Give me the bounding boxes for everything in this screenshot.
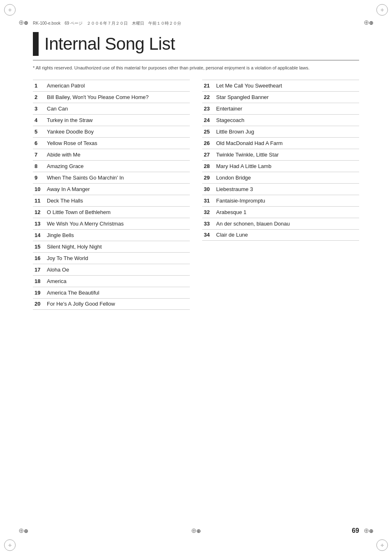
crosshair-bm: ⊕ bbox=[191, 527, 201, 537]
copyright-note: * All rights reserved. Unauthorized use … bbox=[33, 64, 359, 71]
list-item: 32Arabesque 1 bbox=[202, 206, 359, 218]
crosshair-bl: ⊕ bbox=[18, 527, 28, 537]
song-number: 12 bbox=[35, 209, 47, 215]
song-number: 31 bbox=[204, 198, 216, 204]
list-item: 6Yellow Rose of Texas bbox=[33, 137, 190, 149]
song-number: 28 bbox=[204, 163, 216, 169]
song-name: Mary Had A Little Lamb bbox=[216, 163, 271, 169]
song-name: Joy To The World bbox=[47, 255, 88, 261]
song-number: 3 bbox=[35, 106, 47, 112]
song-name: Bill Bailey, Won't You Please Come Home? bbox=[47, 94, 149, 100]
song-name: Let Me Call You Sweetheart bbox=[216, 83, 282, 89]
song-number: 4 bbox=[35, 117, 47, 123]
song-name: Abide with Me bbox=[47, 152, 81, 158]
list-item: 25Little Brown Jug bbox=[202, 126, 359, 137]
song-number: 18 bbox=[35, 278, 47, 284]
song-number: 26 bbox=[204, 140, 216, 146]
song-name: America bbox=[47, 278, 67, 284]
page-title: Internal Song List bbox=[44, 34, 175, 54]
song-number: 8 bbox=[35, 163, 47, 169]
song-number: 16 bbox=[35, 255, 47, 261]
song-name: Deck The Halls bbox=[47, 198, 83, 204]
song-number: 24 bbox=[204, 117, 216, 123]
title-bar: Internal Song List bbox=[33, 32, 359, 56]
song-name: Stagecoach bbox=[216, 117, 244, 123]
song-number: 1 bbox=[35, 83, 47, 89]
song-number: 20 bbox=[35, 301, 47, 307]
list-item: 16Joy To The World bbox=[33, 252, 190, 264]
list-item: 12O Little Town of Bethlehem bbox=[33, 206, 190, 218]
song-name: Arabesque 1 bbox=[216, 209, 247, 215]
song-number: 10 bbox=[35, 186, 47, 192]
list-item: 5Yankee Doodle Boy bbox=[33, 126, 190, 137]
list-item: 3Can Can bbox=[33, 103, 190, 114]
list-item: 11Deck The Halls bbox=[33, 195, 190, 206]
song-name: Twinkle Twinkle, Little Star bbox=[216, 152, 279, 158]
song-number: 34 bbox=[204, 232, 216, 238]
left-song-column: 1American Patrol2Bill Bailey, Won't You … bbox=[33, 80, 190, 310]
song-number: 13 bbox=[35, 221, 47, 227]
list-item: 33An der schonen, blauen Donau bbox=[202, 218, 359, 229]
song-name: London Bridge bbox=[216, 175, 251, 181]
list-item: 13We Wish You A Merry Christmas bbox=[33, 218, 190, 229]
song-name: Star Spangled Banner bbox=[216, 94, 269, 100]
song-name: Jingle Bells bbox=[47, 232, 74, 238]
list-item: 29London Bridge bbox=[202, 172, 359, 183]
song-number: 27 bbox=[204, 152, 216, 158]
title-divider bbox=[33, 60, 359, 60]
song-number: 21 bbox=[204, 83, 216, 89]
list-item: 14Jingle Bells bbox=[33, 229, 190, 241]
list-item: 24Stagecoach bbox=[202, 114, 359, 126]
song-name: Clair de Lune bbox=[216, 232, 248, 238]
song-name: O Little Town of Bethlehem bbox=[47, 209, 111, 215]
list-item: 19America The Beautiful bbox=[33, 287, 190, 298]
list-item: 9When The Saints Go Marchin' In bbox=[33, 172, 190, 183]
right-song-column: 21Let Me Call You Sweetheart22Star Spang… bbox=[202, 80, 359, 310]
crosshair-tl: ⊕ bbox=[18, 18, 28, 28]
list-item: 30Liebestraume 3 bbox=[202, 183, 359, 195]
song-list-container: 1American Patrol2Bill Bailey, Won't You … bbox=[33, 80, 359, 310]
song-number: 23 bbox=[204, 106, 216, 112]
crosshair-tr: ⊕ bbox=[364, 18, 374, 28]
file-info: RK-100-e.book 69 ページ ２００６年７月２０日 木曜日 午前１０… bbox=[33, 21, 359, 26]
list-item: 1American Patrol bbox=[33, 80, 190, 91]
list-item: 10Away In A Manger bbox=[33, 183, 190, 195]
song-name: When The Saints Go Marchin' In bbox=[47, 175, 124, 181]
song-number: 11 bbox=[35, 198, 47, 204]
list-item: 8Amazing Grace bbox=[33, 160, 190, 172]
song-name: An der schonen, blauen Donau bbox=[216, 221, 290, 227]
list-item: 22Star Spangled Banner bbox=[202, 91, 359, 103]
list-item: 26Old MacDonald Had A Farm bbox=[202, 137, 359, 149]
list-item: 23Entertainer bbox=[202, 103, 359, 114]
song-number: 5 bbox=[35, 129, 47, 135]
song-name: Fantaisie-Impromptu bbox=[216, 198, 265, 204]
list-item: 18America bbox=[33, 275, 190, 287]
list-item: 4Turkey in the Straw bbox=[33, 114, 190, 126]
corner-mark-br bbox=[376, 539, 388, 551]
list-item: 17Aloha Oe bbox=[33, 264, 190, 275]
song-number: 25 bbox=[204, 129, 216, 135]
crosshair-br: ⊕ bbox=[364, 527, 374, 537]
list-item: 21Let Me Call You Sweetheart bbox=[202, 80, 359, 91]
song-name: Aloha Oe bbox=[47, 267, 69, 273]
song-name: Can Can bbox=[47, 106, 68, 112]
song-name: We Wish You A Merry Christmas bbox=[47, 221, 124, 227]
song-name: Turkey in the Straw bbox=[47, 117, 93, 123]
song-number: 14 bbox=[35, 232, 47, 238]
song-number: 7 bbox=[35, 152, 47, 158]
list-item: 7Abide with Me bbox=[33, 149, 190, 160]
song-number: 9 bbox=[35, 175, 47, 181]
song-number: 19 bbox=[35, 290, 47, 296]
song-number: 22 bbox=[204, 94, 216, 100]
song-name: Yankee Doodle Boy bbox=[47, 129, 94, 135]
song-number: 17 bbox=[35, 267, 47, 273]
list-item: 15Silent Night, Holy Night bbox=[33, 241, 190, 252]
list-item: 2Bill Bailey, Won't You Please Come Home… bbox=[33, 91, 190, 103]
list-item: 27Twinkle Twinkle, Little Star bbox=[202, 149, 359, 160]
song-number: 30 bbox=[204, 186, 216, 192]
corner-mark-tr bbox=[376, 4, 388, 16]
song-number: 33 bbox=[204, 221, 216, 227]
song-number: 15 bbox=[35, 244, 47, 250]
song-number: 6 bbox=[35, 140, 47, 146]
list-item: 31Fantaisie-Impromptu bbox=[202, 195, 359, 206]
